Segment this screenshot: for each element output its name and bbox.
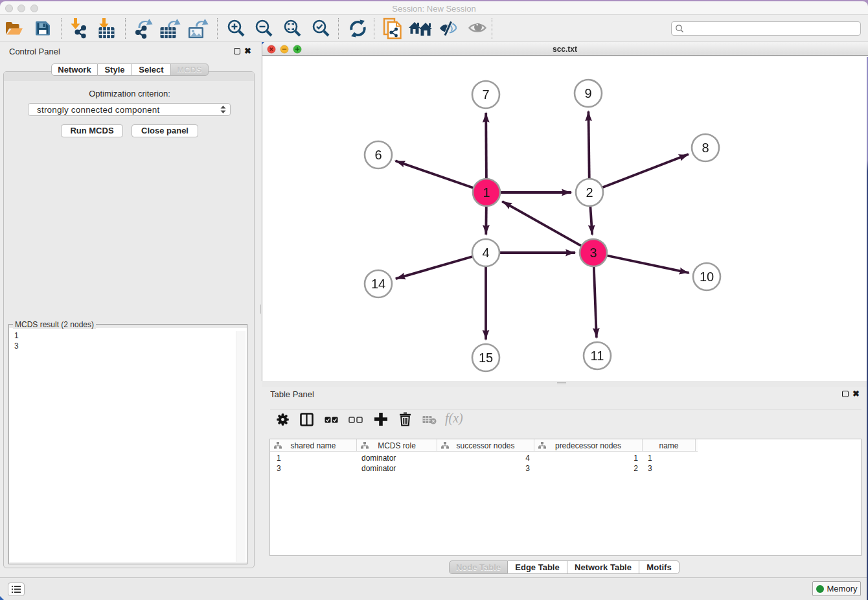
svg-text:9: 9 <box>584 86 591 100</box>
svg-text:1: 1 <box>483 185 490 200</box>
svg-text:11: 11 <box>591 349 604 363</box>
svg-text:2: 2 <box>586 185 593 200</box>
svg-text:4: 4 <box>482 246 489 260</box>
svg-text:7: 7 <box>482 87 489 102</box>
svg-text:10: 10 <box>700 270 714 284</box>
svg-text:6: 6 <box>374 148 382 162</box>
svg-text:14: 14 <box>371 277 385 291</box>
svg-text:8: 8 <box>702 141 709 155</box>
svg-text:3: 3 <box>589 246 597 260</box>
svg-text:15: 15 <box>479 351 493 365</box>
